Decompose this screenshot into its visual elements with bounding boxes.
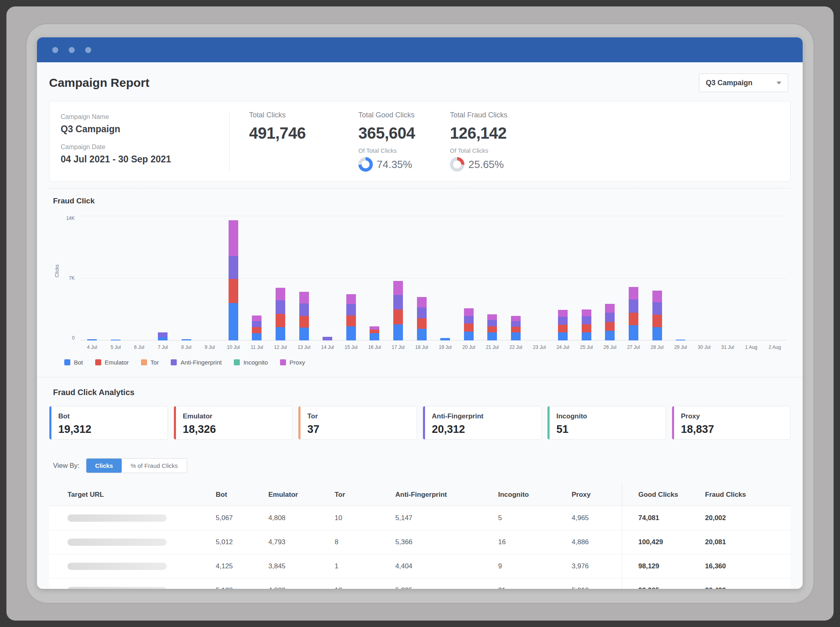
x-tick-label: 2 Aug [763,344,787,350]
total-good-clicks-label: Total Good Clicks [358,111,450,119]
table-row[interactable]: 5,0124,79385,366164,886100,42920,081 [49,530,791,554]
table-cell: 5,012 [216,538,268,546]
card-value: 19,312 [58,423,168,436]
card-value: 18,326 [183,423,292,436]
x-tick-label: 15 Jul [339,344,363,350]
campaign-summary-card: Campaign Name Q3 Campaign Campaign Date … [49,101,791,182]
bar-segment-emulator [605,322,615,331]
url-placeholder-pill [67,539,167,546]
x-tick-label: 8 Jul [174,344,198,350]
window-control-dot[interactable] [52,47,58,53]
fraud-card-proxy[interactable]: Proxy18,837 [672,406,791,440]
bar-segment-proxy [346,294,356,304]
fraud-card-emulator[interactable]: Emulator18,326 [174,406,292,440]
view-by-option--of-fraud-clicks[interactable]: % of Fraud Clicks [122,459,187,473]
table-cell: 20,432 [705,586,791,589]
fraud-card-anti-fingerprint[interactable]: Anti-Fingerprint20,312 [423,406,542,440]
fraud-card-tor[interactable]: Tor37 [298,406,417,440]
bar-segment-anti-fingerprint [229,256,238,279]
table-row[interactable]: 5,1084,880185,395215,01092,96520,432 [49,578,791,589]
bar-segment-anti-fingerprint [276,300,285,314]
view-by-label: View By: [53,462,80,470]
x-tick-label: 25 Jul [574,344,598,350]
legend-swatch-icon [171,359,177,365]
column-header: Tor [335,491,395,499]
bar-group [174,216,198,340]
target-url-cell [49,514,216,522]
legend-item[interactable]: Tor [141,359,159,366]
bar-segment-proxy [370,326,379,330]
bar-segment-anti-fingerprint [323,337,332,340]
view-by-option-clicks[interactable]: Clicks [86,459,122,473]
table-header-row: Target URLBotEmulatorTorAnti-Fingerprint… [49,484,791,506]
card-accent-bar [49,406,51,439]
bar-group [763,216,787,340]
bar-segment-proxy [605,304,615,313]
legend-item[interactable]: Bot [64,359,83,366]
campaign-selector-value: Q3 Campaign [706,79,752,87]
x-tick-label: 19 Jul [433,344,457,350]
bar-group [622,216,646,340]
x-tick-label: 10 Jul [222,344,245,350]
legend-label: Tor [151,359,159,366]
bar-segment-anti-fingerprint [487,320,497,326]
fraud-card-incognito[interactable]: Incognito51 [547,406,666,440]
table-cell: 98,129 [622,554,705,578]
x-tick-label: 26 Jul [598,344,622,350]
bar-segment-bot [511,332,521,340]
bar-segment-proxy [629,287,638,299]
legend-swatch-icon [95,359,101,365]
window-control-dot[interactable] [69,47,75,53]
chevron-down-icon [777,82,781,84]
legend-label: Proxy [290,359,305,366]
card-accent-bar [423,406,425,439]
card-value: 20,312 [432,423,541,436]
table-cell: 20,081 [705,538,791,546]
legend-swatch-icon [280,359,286,365]
campaign-selector-dropdown[interactable]: Q3 Campaign [699,74,788,92]
bar-segment-proxy [393,281,403,295]
table-cell: 3,845 [268,562,335,570]
x-tick-label: 27 Jul [622,344,646,350]
table-cell: 5,366 [395,538,498,546]
legend-item[interactable]: Anti-Fingerprint [171,359,222,366]
legend-item[interactable]: Proxy [280,359,305,366]
legend-item[interactable]: Emulator [95,359,129,366]
bar-group [504,216,528,340]
target-url-cell [49,587,216,589]
table-row[interactable]: 5,0674,808105,14754,96574,08120,002 [49,506,791,530]
bar-group [740,216,763,340]
bar-segment-emulator [487,326,497,333]
bar-segment-anti-fingerprint [629,299,638,313]
of-total-clicks-label: Of Total Clicks [358,147,450,154]
bar-segment-anti-fingerprint [346,304,356,316]
bar-segment-bot [346,326,356,340]
bar-segment-proxy [276,288,285,300]
table-cell: 18 [335,586,395,589]
fraud-card-bot[interactable]: Bot19,312 [49,406,168,440]
fraud-clicks-percentage: 25.65% [468,158,504,171]
bar-segment-anti-fingerprint [393,295,403,309]
card-accent-bar [174,406,176,439]
table-row[interactable]: 4,1253,84514,40493,97698,12916,360 [49,554,791,578]
legend-swatch-icon [234,359,240,365]
table-cell: 5,395 [395,586,498,589]
bar-group [127,216,151,340]
bar-segment-proxy [299,292,309,303]
url-placeholder-pill [67,514,167,522]
bar-segment-emulator [393,309,403,325]
x-tick-label: 14 Jul [316,344,339,350]
table-cell: 9 [498,562,572,570]
legend-item[interactable]: Incognito [234,359,268,366]
card-label: Proxy [681,412,790,420]
bar-segment-bot [393,324,403,340]
total-clicks-value: 491,746 [249,124,358,142]
table-cell: 10 [335,514,395,522]
x-tick-label: 29 Jul [669,344,693,350]
total-clicks-metric: Total Clicks 491,746 [230,111,358,172]
campaign-date-value: 04 Jul 2021 - 30 Sep 2021 [61,154,229,165]
x-tick-label: 30 Jul [692,344,716,350]
window-control-dot[interactable] [85,47,91,53]
bar-segment-bot [111,340,121,340]
bar-segment-emulator [652,315,662,327]
